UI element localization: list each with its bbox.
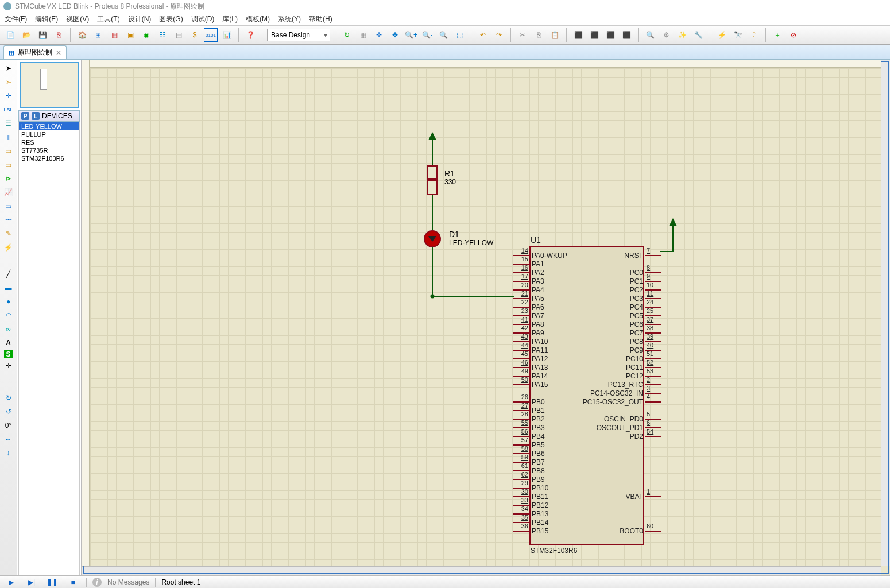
menu-item[interactable]: 系统(Y) xyxy=(278,14,301,24)
binoculars-icon[interactable]: 🔭 xyxy=(731,28,745,42)
rect-icon[interactable]: ▬ xyxy=(2,281,15,294)
circle-icon[interactable]: ● xyxy=(2,295,15,308)
align-r-icon[interactable]: ⬛ xyxy=(603,28,617,42)
scrollbar-horizontal[interactable] xyxy=(82,566,881,575)
chip-pin[interactable]: 27PB1 xyxy=(513,407,547,415)
chip-pin[interactable]: 57PB5 xyxy=(513,441,547,449)
chip-pin[interactable]: 44PA11 xyxy=(513,346,550,354)
component-mode-icon[interactable]: ➣ xyxy=(2,76,15,88)
chip-pin[interactable]: 30PB11 xyxy=(513,493,551,501)
chip-pin[interactable]: 36PB15 xyxy=(513,527,551,535)
menu-item[interactable]: 设计(N) xyxy=(128,14,152,24)
text-icon[interactable]: A xyxy=(2,336,15,349)
chip-pin[interactable]: 53PC12 xyxy=(624,372,661,380)
chip-pin[interactable]: 39PC8 xyxy=(628,338,661,346)
sim-config-icon[interactable]: ⚡ xyxy=(715,28,729,42)
chip-pin[interactable]: 51PC10 xyxy=(624,355,661,363)
chip-pin[interactable]: 52PC11 xyxy=(624,363,661,372)
chip-pin[interactable]: 28PB2 xyxy=(513,415,547,423)
chip-pin[interactable]: 34PB13 xyxy=(513,510,551,518)
flip-h-icon[interactable]: ↔ xyxy=(2,433,15,446)
device-list-item[interactable]: RES xyxy=(19,138,79,146)
add-icon[interactable]: ＋ xyxy=(771,28,784,42)
open-icon[interactable]: 📂 xyxy=(20,28,33,42)
refresh-icon[interactable]: ↻ xyxy=(340,28,354,42)
menu-item[interactable]: 工具(T) xyxy=(97,14,119,24)
chip-pin[interactable]: 11PC3 xyxy=(628,295,661,303)
chip-pin[interactable]: 38PC7 xyxy=(628,329,661,337)
align-l-icon[interactable]: ⬛ xyxy=(571,28,585,42)
text-script-icon[interactable]: ☰ xyxy=(2,117,15,130)
package-icon[interactable]: ⚙ xyxy=(659,28,673,42)
menu-item[interactable]: 模板(M) xyxy=(246,14,270,24)
pcb-icon[interactable]: ▦ xyxy=(107,28,121,42)
graph-icon[interactable]: 📈 xyxy=(2,186,15,199)
chip-pin[interactable]: 24PC4 xyxy=(628,303,661,311)
rotate-ccw-icon[interactable]: ↺ xyxy=(2,405,15,418)
run-icon[interactable]: ▶ xyxy=(3,578,18,587)
chip-pin[interactable]: 29PB10 xyxy=(513,484,551,492)
flip-v-icon[interactable]: ↕ xyxy=(2,447,15,459)
3d-icon[interactable]: ▣ xyxy=(123,28,137,42)
terminal-icon[interactable]: ▭ xyxy=(2,158,15,171)
chip-pin[interactable]: 61PB8 xyxy=(513,467,547,475)
origin-icon[interactable]: ✛ xyxy=(372,28,386,42)
step-icon[interactable]: ▶| xyxy=(24,578,39,587)
pan-icon[interactable]: ✥ xyxy=(388,28,402,42)
schematic-canvas[interactable]: R1 330 D1 LED-YELLOW U1 STM32F103R6 14PA… xyxy=(82,60,890,575)
chip-pin[interactable]: 17PA3 xyxy=(513,277,547,285)
chip-pin[interactable]: 5OSCIN_PD0 xyxy=(602,415,661,423)
probe-i-icon[interactable]: ⚡ xyxy=(2,241,15,254)
code-icon[interactable]: ▤ xyxy=(172,28,185,42)
chip-pin[interactable]: 35PB14 xyxy=(513,519,551,527)
bin-icon[interactable]: 0101 xyxy=(204,28,218,42)
device-list-item[interactable]: ST7735R xyxy=(19,146,79,154)
chip-pin[interactable]: 10PC2 xyxy=(628,286,661,294)
symbol-icon[interactable]: S xyxy=(4,350,13,358)
chip-pin[interactable]: 54PD2 xyxy=(628,432,661,440)
chip-pin[interactable]: 59PB7 xyxy=(513,458,547,466)
chip-pin[interactable]: 15PA1 xyxy=(513,260,547,268)
chip-pin[interactable]: 60BOOT0 xyxy=(617,527,661,535)
junction-icon[interactable]: ✛ xyxy=(2,90,15,102)
l-badge-icon[interactable]: L xyxy=(32,112,40,120)
export-icon[interactable]: ⤴ xyxy=(747,28,761,42)
chip-pin[interactable]: 25PC5 xyxy=(628,312,661,320)
chip-pin[interactable]: 4PC15-OSC32_OUT xyxy=(581,398,661,406)
scrollbar-vertical[interactable] xyxy=(881,60,890,566)
design-combo[interactable]: Base Design xyxy=(267,29,330,41)
chip-pin[interactable]: 41PA8 xyxy=(513,320,547,328)
chip-pin[interactable]: 49PA14 xyxy=(513,372,550,380)
minimap[interactable] xyxy=(20,62,79,108)
zoom-fit-icon[interactable]: 🔍 xyxy=(436,28,450,42)
chip-pin[interactable]: 50PA15 xyxy=(513,381,550,389)
copy-icon[interactable]: ⎘ xyxy=(532,28,545,42)
chip-pin[interactable]: 23PA7 xyxy=(513,312,547,320)
bom-icon[interactable]: ☷ xyxy=(156,28,169,42)
zoom-out-icon[interactable]: 🔍- xyxy=(420,28,434,42)
menu-item[interactable]: 视图(V) xyxy=(66,14,89,24)
device-list-item[interactable]: LED-YELLOW xyxy=(19,122,79,130)
pause-icon[interactable]: ❚❚ xyxy=(45,578,60,587)
chip-pin[interactable]: 2PC13_RTC xyxy=(606,381,661,389)
bus-icon[interactable]: ⦀ xyxy=(2,131,15,144)
label-icon[interactable]: LBL xyxy=(2,103,15,116)
tab-schematic[interactable]: ⊞ 原理图绘制 ✕ xyxy=(3,45,67,59)
chip-pin[interactable]: 26PB0 xyxy=(513,398,547,406)
chip-pin[interactable]: 37PC6 xyxy=(628,320,661,328)
gerber-icon[interactable]: ◉ xyxy=(140,28,153,42)
hex-icon[interactable]: $ xyxy=(188,28,202,42)
remove-icon[interactable]: ⊘ xyxy=(787,28,800,42)
chip-pin[interactable]: 55PB3 xyxy=(513,424,547,432)
devices-list[interactable]: LED-YELLOWPULLUPRESST7735RSTM32F103R6 xyxy=(18,122,80,575)
redo-icon[interactable]: ↷ xyxy=(492,28,506,42)
cut-icon[interactable]: ✂ xyxy=(516,28,529,42)
chip-pin[interactable]: 58PB6 xyxy=(513,450,547,458)
zoom-in-icon[interactable]: 🔍+ xyxy=(404,28,418,42)
menu-item[interactable]: 文件(F) xyxy=(5,14,27,24)
stop-icon[interactable]: ■ xyxy=(65,578,80,587)
menu-item[interactable]: 图表(G) xyxy=(159,14,183,24)
rotate-cw-icon[interactable]: ↻ xyxy=(2,392,15,404)
chip-pin[interactable]: 46PA13 xyxy=(513,363,550,372)
subcircuit-icon[interactable]: ▭ xyxy=(2,145,15,157)
